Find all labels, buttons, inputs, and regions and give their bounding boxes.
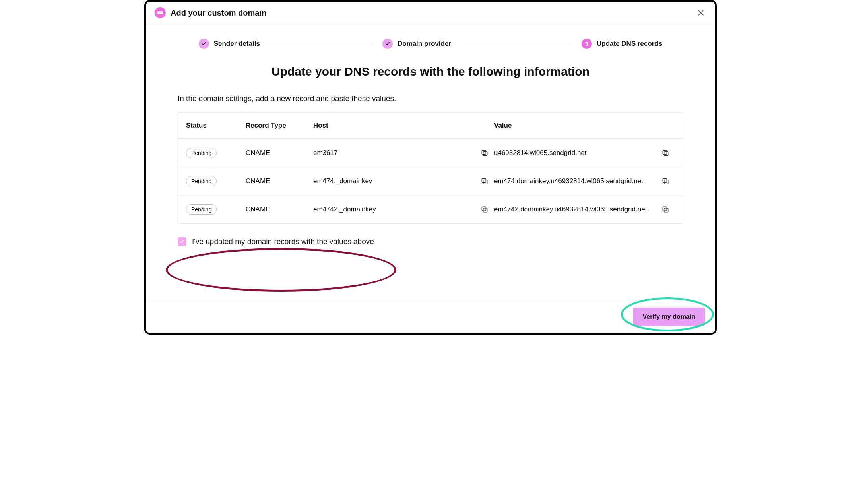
table-header-row: Status Record Type Host Value xyxy=(178,113,683,139)
verify-domain-button[interactable]: Verify my domain xyxy=(633,308,705,326)
record-type: CNAME xyxy=(246,205,313,213)
copy-icon xyxy=(481,149,489,157)
step-sender-details: Sender details xyxy=(199,39,260,49)
status-badge: Pending xyxy=(186,148,217,158)
brand-logo-icon xyxy=(155,7,166,18)
step-label: Sender details xyxy=(214,40,260,48)
record-value: em474.domainkey.u46932814.wl065.sendgrid… xyxy=(494,177,656,185)
copy-icon xyxy=(661,205,669,213)
svg-rect-0 xyxy=(483,152,487,156)
svg-rect-4 xyxy=(483,180,487,184)
step-label: Domain provider xyxy=(398,40,451,48)
col-host: Host xyxy=(313,122,475,130)
copy-host-button[interactable] xyxy=(475,205,494,213)
svg-rect-5 xyxy=(482,178,486,182)
copy-value-button[interactable] xyxy=(656,149,675,157)
col-value: Value xyxy=(494,122,656,130)
status-badge: Pending xyxy=(186,204,217,215)
stepper: Sender details Domain provider 3 Update … xyxy=(146,24,715,57)
copy-icon xyxy=(661,177,669,185)
svg-rect-7 xyxy=(663,178,667,182)
record-value: u46932814.wl065.sendgrid.net xyxy=(494,149,656,157)
copy-icon xyxy=(661,149,669,157)
confirm-label: I've updated my domain records with the … xyxy=(192,237,374,246)
record-value: em4742.domainkey.u46932814.wl065.sendgri… xyxy=(494,205,656,213)
svg-rect-6 xyxy=(664,180,668,184)
step-update-dns: 3 Update DNS records xyxy=(582,39,662,49)
copy-value-button[interactable] xyxy=(656,177,675,185)
check-icon xyxy=(199,39,209,49)
svg-rect-1 xyxy=(482,150,486,154)
copy-icon xyxy=(481,177,489,185)
svg-rect-11 xyxy=(663,207,667,211)
svg-rect-8 xyxy=(483,208,487,212)
page-title: Update your DNS records with the followi… xyxy=(178,65,683,78)
modal-header: Add your custom domain xyxy=(146,2,715,24)
svg-rect-10 xyxy=(664,208,668,212)
modal-content: Update your DNS records with the followi… xyxy=(146,57,715,300)
step-domain-provider: Domain provider xyxy=(382,39,451,49)
record-host: em4742._domainkey xyxy=(313,205,475,213)
modal-footer: Verify my domain xyxy=(146,300,715,333)
record-type: CNAME xyxy=(246,149,313,157)
col-type: Record Type xyxy=(246,122,313,130)
confirm-checkbox[interactable] xyxy=(178,237,186,246)
status-badge: Pending xyxy=(186,176,217,186)
record-host: em474._domainkey xyxy=(313,177,475,185)
instruction-text: In the domain settings, add a new record… xyxy=(178,94,683,103)
record-type: CNAME xyxy=(246,177,313,185)
copy-host-button[interactable] xyxy=(475,149,494,157)
step-divider xyxy=(461,44,572,44)
modal-title: Add your custom domain xyxy=(171,8,266,17)
svg-rect-2 xyxy=(664,152,668,156)
table-row: Pending CNAME em3617 u46932814.wl065.sen… xyxy=(178,139,683,167)
record-host: em3617 xyxy=(313,149,475,157)
check-icon xyxy=(179,239,185,244)
step-divider xyxy=(270,44,373,44)
copy-icon xyxy=(481,205,489,213)
close-button[interactable] xyxy=(695,7,706,18)
copy-host-button[interactable] xyxy=(475,177,494,185)
table-row: Pending CNAME em4742._domainkey em4742.d… xyxy=(178,195,683,223)
col-status: Status xyxy=(186,122,246,130)
confirm-checkbox-row[interactable]: I've updated my domain records with the … xyxy=(178,237,683,246)
dns-records-table: Status Record Type Host Value Pending CN… xyxy=(178,112,683,224)
check-icon xyxy=(382,39,393,49)
svg-rect-3 xyxy=(663,150,667,154)
close-icon xyxy=(697,9,705,17)
step-number-badge: 3 xyxy=(582,39,592,49)
table-row: Pending CNAME em474._domainkey em474.dom… xyxy=(178,167,683,195)
copy-value-button[interactable] xyxy=(656,205,675,213)
svg-rect-9 xyxy=(482,207,486,211)
modal-window: Add your custom domain Sender details Do… xyxy=(144,0,717,335)
step-label: Update DNS records xyxy=(597,40,662,48)
